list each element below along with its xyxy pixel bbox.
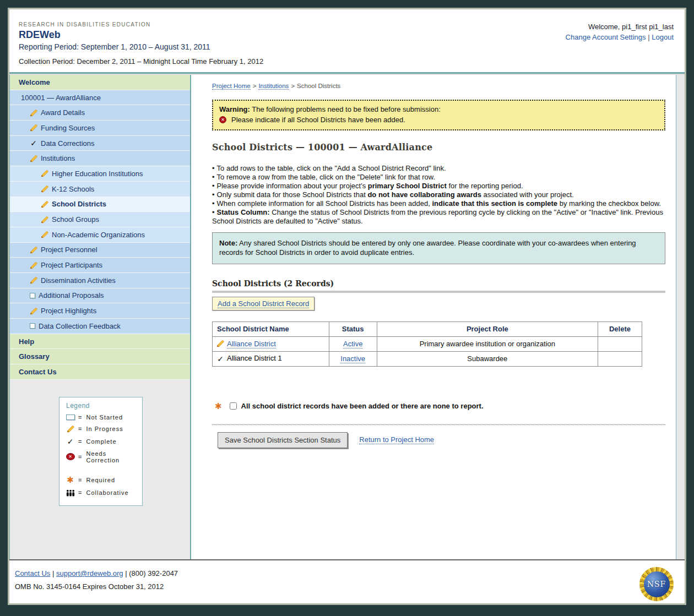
footer-contact-link[interactable]: Contact Us	[15, 569, 50, 577]
sidebar-item-non-academic-organizations[interactable]: Non-Academic Organizations	[10, 227, 190, 243]
org-name: RESEARCH IN DISABILITIES EDUCATION	[19, 21, 263, 28]
breadcrumb-link[interactable]: Project Home	[212, 83, 251, 90]
check-icon: ✓	[30, 139, 37, 148]
sidebar-item-school-districts[interactable]: School Districts	[10, 197, 190, 212]
sidebar-item-label: Funding Sources	[41, 124, 95, 132]
legend-item-label: Not Started	[86, 414, 123, 421]
sidebar-item-glossary[interactable]: Glossary	[10, 349, 190, 364]
legend-item: =Collaborative	[66, 489, 138, 497]
pencil-icon	[30, 155, 37, 162]
sidebar-item-label: Welcome	[19, 78, 50, 86]
sidebar-item-project-personnel[interactable]: Project Personnel	[10, 243, 190, 258]
project-role: Primary awardee institution or organizat…	[377, 336, 598, 351]
sidebar-item-label: Award Details	[41, 108, 85, 117]
sidebar-item-help[interactable]: Help	[10, 334, 190, 350]
breadcrumb-link[interactable]: Institutions	[258, 83, 289, 90]
save-section-status-button[interactable]: Save School Districts Section Status	[218, 432, 348, 448]
sidebar-item-project-participants[interactable]: Project Participants	[10, 258, 190, 273]
legend-item-label: In Progress	[86, 426, 123, 432]
app-title: RDEWeb	[19, 29, 263, 41]
sidebar-item-project-highlights[interactable]: Project Highlights	[10, 303, 190, 319]
people-icon	[66, 489, 75, 497]
sidebar-item-higher-education-institutions[interactable]: Higher Education Institutions	[10, 166, 190, 182]
header-link-divider: |	[648, 33, 649, 41]
legend-item: ✱=Required	[66, 475, 138, 485]
error-icon: ✕	[66, 453, 75, 460]
pencil-icon	[41, 185, 48, 193]
sidebar-item-data-collection-feedback[interactable]: Data Collection Feedback	[10, 319, 190, 334]
pencil-icon	[30, 246, 37, 254]
sidebar-item-k-12-schools[interactable]: K-12 Schools	[10, 182, 190, 197]
breadcrumb-current: School Districts	[297, 83, 340, 89]
checkbox-icon	[30, 323, 35, 329]
delete-cell	[598, 336, 642, 351]
add-school-district-button[interactable]: Add a School District Record	[212, 297, 315, 310]
sidebar-item-welcome[interactable]: Welcome	[10, 75, 190, 90]
omb-line: OMB No. 3145-0164 Expires October 31, 20…	[15, 582, 178, 591]
sidebar-item-data-corrections[interactable]: ✓Data Corrections	[10, 136, 190, 151]
footer-sep-2: |	[125, 569, 127, 577]
logout-link[interactable]: Logout	[652, 33, 674, 41]
instruction-bullet: •When complete information for all Schoo…	[212, 199, 665, 208]
sidebar-item-label: Data Collection Feedback	[39, 322, 121, 330]
check-icon: ✓	[216, 355, 224, 363]
sidebar-item-label: Project Highlights	[41, 307, 96, 315]
legend-item: ✕=Needs Correction	[66, 450, 138, 464]
all-records-added-checkbox[interactable]	[230, 402, 237, 410]
nsf-logo-text: NSF	[644, 571, 670, 597]
instruction-bullet: •To remove a row from the table, click o…	[212, 173, 665, 182]
status-link[interactable]: Active	[343, 340, 362, 348]
legend-box: Legend =Not Started=In Progress✓=Complet…	[59, 397, 143, 506]
footer: Contact Us | support@rdeweb.org | (800) …	[9, 560, 685, 603]
pencil-icon	[66, 425, 75, 433]
sidebar-item-award-100001[interactable]: 100001 — AwardAlliance	[10, 90, 190, 106]
sidebar-item-label: Contact Us	[19, 368, 57, 376]
sidebar-item-contact-us[interactable]: Contact Us	[10, 364, 190, 380]
sidebar-nav: Welcome100001 — AwardAllianceAward Detai…	[10, 75, 190, 380]
error-icon: ✕	[219, 116, 226, 123]
instructions-list: •To add rows to the table, click on the …	[212, 164, 665, 226]
confirm-label: All school district records have been ad…	[241, 402, 484, 410]
warning-text: The following problems need to be fixed …	[250, 105, 441, 113]
sidebar-item-funding-sources[interactable]: Funding Sources	[10, 121, 190, 136]
sidebar-item-label: Glossary	[19, 352, 50, 361]
sidebar-item-label: Project Personnel	[41, 246, 97, 254]
sidebar-item-award-details[interactable]: Award Details	[10, 105, 190, 121]
table-row: Alliance District Active Primary awardee…	[213, 336, 642, 351]
main-content: Project Home>Institutions>School Distric…	[191, 75, 676, 559]
legend-item: ✓=Complete	[66, 437, 138, 446]
section-rule	[212, 291, 665, 293]
checkbox-icon	[66, 415, 75, 420]
pencil-icon	[41, 170, 48, 177]
legend-item-label: Complete	[86, 438, 116, 445]
add-school-district-link[interactable]: Add a School District Record	[218, 299, 309, 308]
pencil-icon	[30, 124, 37, 132]
table-body: Alliance District Active Primary awardee…	[213, 336, 642, 366]
pencil-icon	[41, 200, 48, 208]
sidebar-item-label: Additional Proposals	[39, 291, 104, 299]
warning-error-text: Please indicate if all School Districts …	[231, 116, 405, 124]
pencil-icon	[30, 276, 37, 284]
sidebar-item-additional-proposals[interactable]: Additional Proposals	[10, 288, 190, 304]
warning-box: Warning: The following problems need to …	[212, 100, 665, 130]
actions-row: Save School Districts Section Status Ret…	[212, 432, 668, 448]
return-to-project-home-link[interactable]: Return to Project Home	[359, 435, 434, 444]
pencil-icon	[30, 109, 37, 117]
delete-cell	[598, 351, 642, 366]
change-account-settings-link[interactable]: Change Account Settings	[566, 33, 646, 41]
sidebar-item-dissemination-activities[interactable]: Dissemination Activities	[10, 273, 190, 288]
status-link[interactable]: Inactive	[340, 355, 365, 363]
column-header: Status	[329, 321, 377, 336]
sidebar-item-label: Higher Education Institutions	[52, 170, 143, 178]
note-box: Note: Any shared School Districts should…	[212, 232, 665, 264]
sidebar-item-school-groups[interactable]: School Groups	[10, 212, 190, 227]
district-name-link[interactable]: Alliance District	[227, 340, 276, 348]
legend-item-label: Required	[86, 477, 115, 483]
instruction-bullet: •Status Column: Change the status of Sch…	[212, 208, 665, 225]
sidebar-item-institutions[interactable]: Institutions	[10, 151, 190, 166]
welcome-user: Welcome, pi1_first pi1_last	[566, 23, 674, 31]
sidebar-item-label: Dissemination Activities	[41, 276, 116, 285]
sidebar-item-label: Help	[19, 337, 34, 346]
footer-email-link[interactable]: support@rdeweb.org	[56, 569, 123, 577]
header: RESEARCH IN DISABILITIES EDUCATION RDEWe…	[9, 9, 685, 72]
